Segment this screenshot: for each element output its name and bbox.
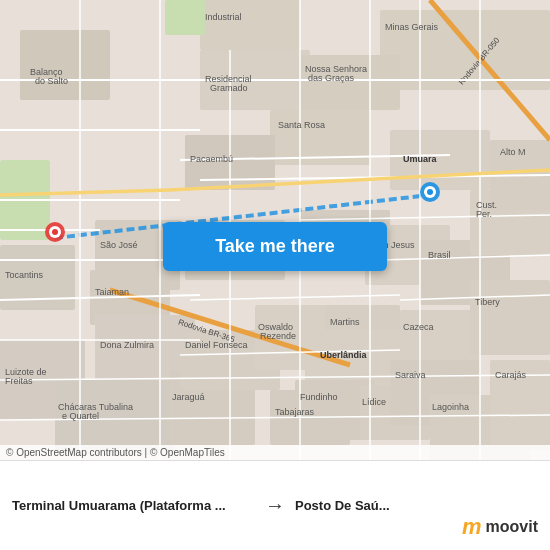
svg-text:Tabajaras: Tabajaras [275,407,315,417]
svg-text:Santa Rosa: Santa Rosa [278,120,325,130]
svg-text:Taiaman: Taiaman [95,287,129,297]
svg-text:Umuara: Umuara [403,154,438,164]
svg-text:Saraiva: Saraiva [395,370,426,380]
svg-text:Gramado: Gramado [210,83,248,93]
moovit-m-icon: m [462,514,482,540]
svg-text:Cazeca: Cazeca [403,322,434,332]
svg-rect-1 [200,0,300,50]
svg-text:Per.: Per. [476,209,492,219]
svg-text:Martins: Martins [330,317,360,327]
route-from: Terminal Umuarama (Plataforma ... [12,498,255,513]
svg-text:Industrial: Industrial [205,12,242,22]
map-area: Rodovia BR-050 Rodovia BR-365 [0,0,550,460]
svg-text:Tibery: Tibery [475,297,500,307]
app: Rodovia BR-050 Rodovia BR-365 [0,0,550,550]
svg-text:Daniel Fonseca: Daniel Fonseca [185,340,248,350]
svg-rect-35 [165,0,205,35]
moovit-wordmark: moovit [486,518,538,536]
svg-text:Freitas: Freitas [5,376,33,386]
route-from-name: Terminal Umuarama (Plataforma ... [12,498,255,513]
svg-rect-30 [470,280,550,355]
svg-text:Uberlândia: Uberlândia [320,350,368,360]
svg-text:e Quartel: e Quartel [62,411,99,421]
svg-text:Tocantins: Tocantins [5,270,44,280]
svg-text:Brasil: Brasil [428,250,451,260]
svg-text:Jaraguá: Jaraguá [172,392,205,402]
svg-text:São José: São José [100,240,138,250]
svg-text:Minas Gerais: Minas Gerais [385,22,439,32]
svg-rect-2 [20,30,110,100]
svg-point-109 [52,229,58,235]
route-to-name: Posto De Saú... [295,498,538,513]
svg-text:Alto M: Alto M [500,147,526,157]
svg-text:das Graças: das Graças [308,73,355,83]
svg-text:Fundinho: Fundinho [300,392,338,402]
svg-text:Carajás: Carajás [495,370,527,380]
route-arrow: → [265,494,285,517]
svg-point-112 [427,189,433,195]
svg-text:Rezende: Rezende [260,331,296,341]
svg-text:Lagoinha: Lagoinha [432,402,469,412]
map-attribution: © OpenStreetMap contributors | © OpenMap… [0,445,550,460]
take-me-there-button[interactable]: Take me there [163,222,387,271]
svg-text:Pacaembú: Pacaembú [190,154,233,164]
moovit-logo: m moovit [462,514,538,540]
svg-text:do Salto: do Salto [35,76,68,86]
route-to: Posto De Saú... [295,498,538,513]
svg-text:Dona Zulmira: Dona Zulmira [100,340,154,350]
bottom-bar: Terminal Umuarama (Plataforma ... → Post… [0,460,550,550]
svg-text:Lídice: Lídice [362,397,386,407]
